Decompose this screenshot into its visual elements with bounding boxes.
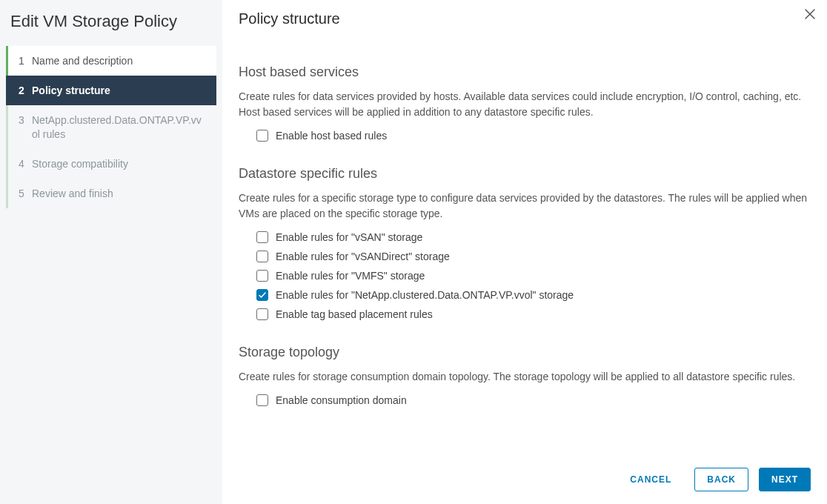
checkbox-label: Enable host based rules: [276, 130, 387, 142]
step-number: 3: [19, 113, 32, 140]
dialog-title: Edit VM Storage Policy: [10, 12, 212, 31]
section-heading: Datastore specific rules: [239, 166, 808, 182]
section-options: Enable host based rules: [239, 126, 808, 145]
wizard-step-2: 2Policy structure: [6, 76, 216, 105]
section-description: Create rules for a specific storage type…: [239, 190, 808, 222]
wizard-step-5: 5Review and finish: [8, 179, 216, 208]
dialog-root: Edit VM Storage Policy 1Name and descrip…: [0, 0, 827, 504]
checkbox-option[interactable]: Enable tag based placement rules: [256, 305, 808, 324]
sections-container: Host based servicesCreate rules for data…: [239, 64, 808, 410]
step-label: Storage compatibility: [32, 157, 206, 170]
wizard-content: Policy structure Host based servicesCrea…: [222, 0, 827, 504]
checkbox-label: Enable tag based placement rules: [276, 308, 433, 320]
checkbox[interactable]: [256, 308, 268, 320]
checkbox-label: Enable consumption domain: [276, 394, 407, 406]
page-title: Policy structure: [239, 10, 808, 27]
section-options: Enable rules for "vSAN" storageEnable ru…: [239, 228, 808, 324]
section-options: Enable consumption domain: [239, 391, 808, 410]
wizard-step-1[interactable]: 1Name and description: [6, 46, 216, 76]
section-heading: Host based services: [239, 64, 808, 80]
cancel-button[interactable]: CANCEL: [617, 468, 684, 491]
step-label: Name and description: [32, 54, 206, 67]
wizard-steps: 1Name and description2Policy structure3N…: [6, 46, 216, 208]
checkbox[interactable]: [256, 130, 268, 142]
checkbox[interactable]: [256, 251, 268, 262]
step-label: Policy structure: [32, 84, 206, 97]
wizard-step-3: 3NetApp.clustered.Data.ONTAP.VP.vvol rul…: [8, 105, 216, 148]
checkbox[interactable]: [256, 394, 268, 406]
checkbox-label: Enable rules for "vSAN" storage: [276, 231, 422, 243]
section-description: Create rules for data services provided …: [239, 89, 808, 120]
step-number: 2: [19, 84, 32, 97]
step-number: 1: [19, 54, 32, 67]
back-button[interactable]: BACK: [694, 468, 748, 491]
checkbox-option[interactable]: Enable rules for "VMFS" storage: [256, 266, 808, 285]
wizard-sidebar: Edit VM Storage Policy 1Name and descrip…: [0, 0, 222, 504]
section-description: Create rules for storage consumption dom…: [239, 369, 808, 385]
section-heading: Storage topology: [239, 345, 808, 360]
checkbox-option[interactable]: Enable rules for "vSAN" storage: [256, 228, 808, 247]
step-label: NetApp.clustered.Data.ONTAP.VP.vvol rule…: [32, 113, 206, 140]
checkbox-option[interactable]: Enable rules for "vSANDirect" storage: [256, 247, 808, 266]
checkbox[interactable]: [256, 289, 268, 301]
checkbox-option[interactable]: Enable rules for "NetApp.clustered.Data.…: [256, 285, 808, 305]
checkbox[interactable]: [256, 231, 268, 243]
step-label: Review and finish: [32, 187, 206, 200]
step-number: 5: [19, 187, 32, 200]
checkbox-option[interactable]: Enable consumption domain: [256, 391, 808, 410]
step-number: 4: [19, 157, 32, 170]
checkbox-option[interactable]: Enable host based rules: [256, 126, 808, 145]
next-button[interactable]: NEXT: [759, 468, 811, 491]
wizard-footer: CANCEL BACK NEXT: [222, 455, 827, 504]
checkbox-label: Enable rules for "VMFS" storage: [276, 270, 425, 282]
checkbox-label: Enable rules for "NetApp.clustered.Data.…: [276, 289, 574, 301]
wizard-step-4: 4Storage compatibility: [8, 149, 216, 179]
close-icon[interactable]: [803, 7, 817, 24]
checkbox[interactable]: [256, 270, 268, 282]
checkbox-label: Enable rules for "vSANDirect" storage: [276, 251, 450, 262]
